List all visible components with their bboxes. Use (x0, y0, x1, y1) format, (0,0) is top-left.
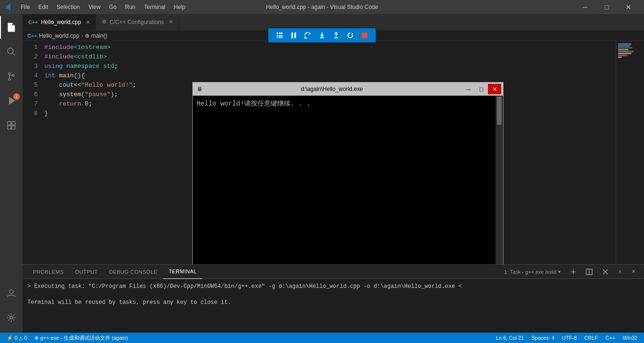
minimize-button[interactable]: ─ (574, 0, 596, 14)
minimap (616, 41, 644, 264)
menu-edit[interactable]: Edit (35, 3, 51, 11)
sidebar-item-source-control[interactable] (0, 65, 23, 88)
menu-selection[interactable]: Selection (54, 3, 83, 11)
panel-toolbar: 1: Task - g++.exe build ▾ (501, 268, 639, 276)
code-editor: 1 2 3 4 5 6 7 8 #include<iostream> #incl… (23, 41, 644, 264)
restart-button[interactable] (344, 30, 357, 41)
stop-button[interactable] (358, 30, 371, 41)
close-button[interactable]: ✕ (618, 0, 639, 14)
panel: PROBLEMS OUTPUT DEBUG CONSOLE TERMINAL 1… (23, 264, 644, 333)
sidebar-item-extensions[interactable] (0, 114, 23, 137)
svg-rect-9 (291, 33, 293, 38)
menu-file[interactable]: File (18, 3, 33, 11)
sidebar-item-account[interactable] (0, 282, 23, 304)
tab-close-hello-world[interactable]: ✕ (86, 19, 90, 25)
titlebar-controls: ─ □ ✕ (574, 0, 639, 14)
sidebar-item-settings[interactable] (0, 306, 23, 329)
panel-tab-terminal[interactable]: TERMINAL (163, 265, 203, 279)
svg-rect-3 (277, 35, 278, 36)
svg-point-23 (9, 290, 13, 294)
breadcrumb-icon: C++ (27, 33, 37, 39)
console-window-icon: 🖥 (197, 86, 202, 92)
svg-rect-11 (320, 37, 324, 38)
line-number-4: 4 (23, 71, 38, 81)
console-body: Hello world!请按任意键继续. . . (193, 96, 503, 264)
cpp-icon: C++ (28, 19, 38, 25)
console-title-text: d:\again\Hello_world.exe (202, 86, 462, 92)
sidebar-item-search[interactable] (0, 41, 23, 63)
line-number-2: 2 (23, 52, 38, 62)
step-out-button[interactable] (330, 30, 343, 41)
line-number-8: 8 (23, 109, 38, 118)
panel-chevron-up[interactable]: ∧ (614, 268, 626, 276)
status-bar: ⚡ 0 △ 0 ⊕ g++.exe - 生成和调试活动文件 (again) Ln… (0, 333, 644, 343)
breadcrumb-sep1: › (81, 33, 83, 39)
console-scrollbar-thumb[interactable] (497, 97, 502, 125)
code-line-1: #include<iostream> (42, 43, 616, 52)
tab-close-cpp-config[interactable]: ✕ (169, 19, 173, 25)
main-layout: 1 (0, 14, 644, 333)
sidebar-item-explorer[interactable] (0, 16, 23, 39)
line-number-5: 5 (23, 81, 38, 90)
console-minimize-button[interactable]: ─ (462, 84, 475, 94)
terminal-selector-label: 1: Task - g++.exe build (504, 269, 556, 275)
tab-cpp-config-label: C/C++ Configurations (109, 19, 164, 25)
svg-rect-8 (281, 37, 282, 38)
status-left: ⚡ 0 △ 0 ⊕ g++.exe - 生成和调试活动文件 (again) (5, 335, 130, 342)
menu-help[interactable]: Help (171, 3, 189, 11)
kill-terminal-button[interactable] (598, 268, 612, 276)
maximize-button[interactable]: □ (596, 0, 618, 14)
terminal-selector[interactable]: 1: Task - g++.exe build ▾ (501, 268, 564, 276)
svg-rect-0 (277, 33, 278, 34)
svg-rect-22 (12, 126, 15, 129)
console-title-left: 🖥 (197, 86, 202, 92)
status-spaces[interactable]: Spaces: 4 (529, 335, 556, 341)
tab-hello-world[interactable]: C++ Hello_world.cpp ✕ (23, 14, 96, 30)
svg-rect-5 (281, 35, 282, 36)
terminal-selector-arrow: ▾ (558, 269, 561, 274)
window-title: Hello_world.cpp - again - Visual Studio … (266, 4, 378, 10)
line-number-7: 7 (23, 99, 38, 109)
status-encoding[interactable]: UTF-8 (560, 335, 578, 341)
split-terminal-button[interactable] (582, 268, 596, 276)
menu-terminal[interactable]: Terminal (141, 3, 168, 11)
svg-point-24 (10, 316, 13, 319)
activity-bar-bottom (0, 282, 23, 329)
breadcrumb-func[interactable]: ⊕ main() (85, 33, 107, 39)
terminal-line-3: Terminal will be reused by tasks, press … (27, 299, 639, 306)
console-titlebar: 🖥 d:\again\Hello_world.exe ─ □ ✕ (193, 82, 503, 96)
titlebar-menu: File Edit Selection View Go Run Terminal… (18, 3, 188, 11)
console-maximize-button[interactable]: □ (475, 84, 488, 94)
menu-run[interactable]: Run (122, 3, 138, 11)
debug-badge: 1 (13, 93, 20, 100)
panel-tab-debug-console[interactable]: DEBUG CONSOLE (103, 265, 163, 279)
step-into-button[interactable] (315, 30, 329, 41)
menu-view[interactable]: View (85, 3, 103, 11)
step-over-button[interactable] (301, 30, 314, 41)
console-window[interactable]: 🖥 d:\again\Hello_world.exe ─ □ ✕ Hello w… (192, 82, 504, 264)
menu-go[interactable]: Go (106, 3, 119, 11)
code-line-2: #include<cstdlib> (42, 52, 616, 62)
status-position[interactable]: Ln 6, Col 21 (494, 335, 526, 341)
debug-grid-icon[interactable] (273, 30, 286, 41)
console-scrollbar[interactable] (495, 96, 503, 264)
panel-tab-problems[interactable]: PROBLEMS (27, 265, 69, 279)
panel-close-button[interactable]: ✕ (627, 268, 639, 276)
pause-button[interactable] (287, 30, 300, 41)
sidebar-item-debug[interactable]: 1 (0, 90, 23, 112)
status-platform[interactable]: Win32 (621, 335, 639, 341)
status-eol[interactable]: CRLF (582, 335, 600, 341)
titlebar: File Edit Selection View Go Run Terminal… (0, 0, 644, 14)
panel-tab-output[interactable]: OUTPUT (69, 265, 103, 279)
console-close-button[interactable]: ✕ (488, 84, 501, 94)
tab-cpp-config[interactable]: ⚙ C/C++ Configurations ✕ (96, 14, 179, 30)
breadcrumb-file[interactable]: Hello_world.cpp (39, 33, 79, 39)
status-language[interactable]: C++ (603, 335, 617, 341)
status-task[interactable]: ⊕ g++.exe - 生成和调试活动文件 (again) (33, 335, 130, 342)
panel-content[interactable]: > Executing task: "C:/Program Files (x86… (23, 279, 644, 333)
line-number-6: 6 (23, 90, 38, 99)
status-errors[interactable]: ⚡ 0 △ 0 (5, 335, 29, 341)
terminal-reuse-msg: Terminal will be reused by tasks, press … (27, 299, 231, 306)
console-title-buttons: ─ □ ✕ (462, 84, 501, 94)
new-terminal-button[interactable] (566, 268, 580, 276)
